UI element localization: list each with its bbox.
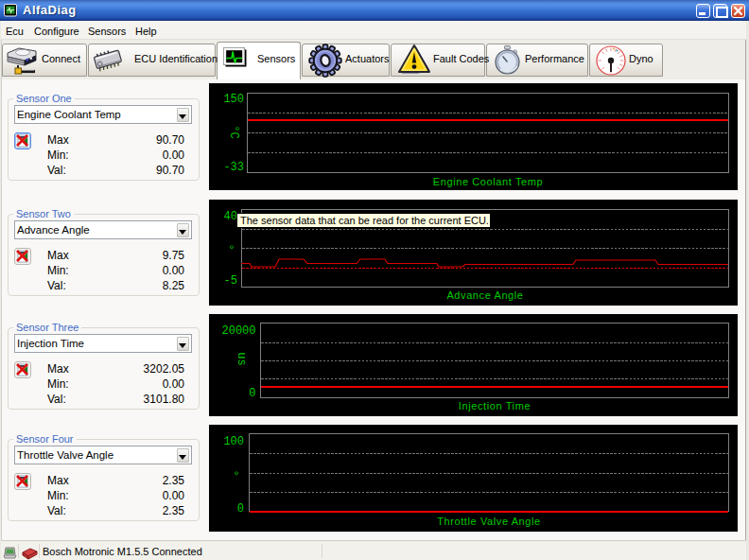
svg-text:°: ° [221,243,235,250]
svg-text:Injection Time: Injection Time [459,400,531,411]
svg-text:Engine Coolant Temp: Engine Coolant Temp [433,176,543,187]
svg-text:Advance Angle: Advance Angle [446,289,523,301]
svg-text:Throttle Valve Angle: Throttle Valve Angle [437,516,541,527]
svg-text:0: 0 [237,502,244,516]
svg-text:-33: -33 [223,161,244,174]
svg-text:100: 100 [223,435,244,448]
svg-text:-5: -5 [224,274,237,288]
svg-text:20000: 20000 [221,324,255,338]
svg-text:0: 0 [249,387,255,400]
svg-text:150: 150 [223,93,244,106]
svg-text:°: ° [226,469,239,476]
svg-text:40: 40 [224,210,237,223]
svg-text:us: us [235,352,248,365]
svg-text:°C: °C [227,125,240,138]
